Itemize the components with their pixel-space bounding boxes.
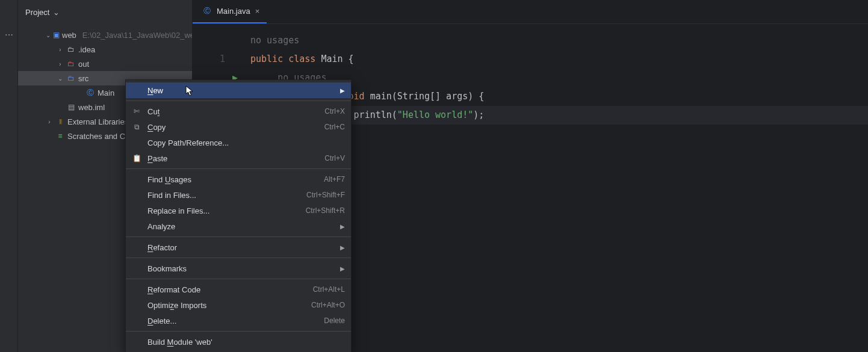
editor-tabs: Ⓒ Main.java × bbox=[193, 0, 868, 24]
paste-icon: 📋 bbox=[132, 154, 141, 162]
hotkey: Ctrl+Alt+O bbox=[311, 301, 345, 309]
source-folder-icon: 🗀 bbox=[66, 73, 76, 83]
node-label: web.iml bbox=[78, 103, 105, 112]
hotkey: Ctrl+Shift+F bbox=[306, 191, 345, 199]
node-label: web bbox=[62, 31, 76, 40]
menu-copy[interactable]: ⧉ Copy Ctrl+C bbox=[126, 119, 351, 135]
menu-separator bbox=[126, 100, 351, 101]
menu-reformat[interactable]: Reformat Code Ctrl+Alt+L bbox=[126, 282, 351, 297]
node-label: out bbox=[78, 60, 89, 69]
submenu-arrow-icon: ▶ bbox=[340, 265, 345, 272]
menu-find-in-files[interactable]: Find in Files... Ctrl+Shift+F bbox=[126, 187, 351, 203]
submenu-arrow-icon: ▶ bbox=[340, 244, 345, 251]
copy-icon: ⧉ bbox=[132, 123, 141, 131]
menu-find-usages[interactable]: Find Usages Alt+F7 bbox=[126, 171, 351, 187]
node-label: .idea bbox=[78, 45, 95, 54]
class-icon: Ⓒ bbox=[202, 6, 212, 16]
tab-main-java[interactable]: Ⓒ Main.java × bbox=[193, 0, 267, 23]
hotkey: Ctrl+Shift+R bbox=[306, 206, 345, 215]
menu-separator bbox=[126, 168, 351, 169]
project-header[interactable]: Project ⌄ bbox=[18, 0, 192, 24]
menu-refactor[interactable]: Refactor ▶ bbox=[126, 239, 351, 255]
menu-paste[interactable]: 📋 Paste Ctrl+V bbox=[126, 150, 351, 166]
menu-separator bbox=[126, 279, 351, 279]
tool-window-bar: ⋯ bbox=[0, 0, 18, 352]
line-number: 1 bbox=[193, 50, 225, 69]
node-path: E:\02_Java\11_JavaWeb\02_web bbox=[82, 31, 192, 40]
cut-icon: ✄ bbox=[132, 107, 141, 116]
folder-excluded-icon: 🗀 bbox=[66, 59, 76, 69]
class-icon: Ⓒ bbox=[85, 88, 95, 97]
hotkey: Ctrl+C bbox=[324, 123, 345, 131]
menu-replace-in-files[interactable]: Replace in Files... Ctrl+Shift+R bbox=[126, 203, 351, 218]
menu-delete[interactable]: Delete... Delete bbox=[126, 313, 351, 329]
submenu-arrow-icon: ▶ bbox=[340, 223, 345, 230]
expand-arrow-icon[interactable]: › bbox=[46, 119, 53, 125]
expand-arrow-icon[interactable]: ⌄ bbox=[57, 75, 64, 82]
node-label: Main bbox=[98, 88, 114, 97]
menu-new[interactable]: New ▶ bbox=[126, 82, 351, 98]
file-icon: ▤ bbox=[66, 102, 76, 112]
hotkey: Delete bbox=[324, 316, 345, 325]
context-menu: New ▶ ✄ Cut Ctrl+X ⧉ Copy Ctrl+C Copy Pa… bbox=[125, 79, 352, 352]
more-icon[interactable]: ⋯ bbox=[5, 30, 13, 40]
menu-optimize-imports[interactable]: Optimize Imports Ctrl+Alt+O bbox=[126, 297, 351, 313]
menu-copy-path[interactable]: Copy Path/Reference... bbox=[126, 135, 351, 150]
project-title: Project bbox=[25, 8, 49, 17]
tree-node-web[interactable]: ⌄ ▣ web E:\02_Java\11_JavaWeb\02_web bbox=[18, 28, 192, 42]
tab-label: Main.java bbox=[217, 7, 250, 16]
node-label: External Libraries bbox=[67, 117, 128, 126]
hotkey: Ctrl+Alt+L bbox=[313, 285, 345, 294]
scratch-icon: ≡ bbox=[55, 131, 65, 141]
chevron-down-icon: ⌄ bbox=[53, 8, 60, 17]
submenu-arrow-icon: ▶ bbox=[340, 87, 345, 94]
menu-analyze[interactable]: Analyze ▶ bbox=[126, 218, 351, 234]
tree-node-idea[interactable]: › 🗀 .idea bbox=[18, 42, 192, 57]
expand-arrow-icon[interactable]: › bbox=[57, 61, 64, 67]
close-icon[interactable]: × bbox=[255, 7, 260, 16]
usage-hint: no usages bbox=[250, 35, 299, 46]
menu-build-module[interactable]: Build Module 'web' bbox=[126, 334, 351, 350]
hotkey: Ctrl+X bbox=[324, 107, 345, 116]
hotkey: Alt+F7 bbox=[324, 175, 345, 184]
tree-node-out[interactable]: › 🗀 out bbox=[18, 57, 192, 71]
menu-separator bbox=[126, 236, 351, 237]
menu-bookmarks[interactable]: Bookmarks ▶ bbox=[126, 261, 351, 276]
library-icon: ⫴ bbox=[55, 117, 65, 126]
node-label: src bbox=[78, 74, 88, 83]
menu-separator bbox=[126, 331, 351, 332]
menu-cut[interactable]: ✄ Cut Ctrl+X bbox=[126, 103, 351, 119]
menu-separator bbox=[126, 258, 351, 258]
module-folder-icon: ▣ bbox=[53, 30, 60, 40]
expand-arrow-icon[interactable]: › bbox=[57, 46, 64, 53]
expand-arrow-icon[interactable]: ⌄ bbox=[46, 32, 51, 39]
hotkey: Ctrl+V bbox=[324, 154, 345, 162]
folder-icon: 🗀 bbox=[66, 45, 76, 54]
